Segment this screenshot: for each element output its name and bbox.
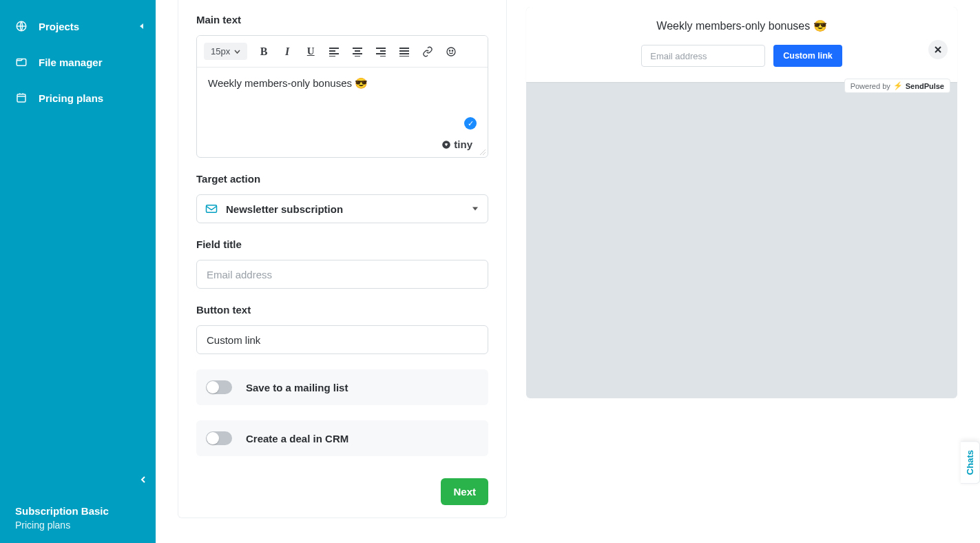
mailing-list-label: Save to a mailing list bbox=[246, 382, 348, 393]
powered-brand: SendPulse bbox=[906, 82, 944, 90]
form-panel: Main text 15px B I U bbox=[178, 0, 507, 518]
powered-prefix: Powered by bbox=[851, 82, 890, 90]
editor-toolbar: 15px B I U bbox=[197, 36, 488, 68]
sidebar-nav: Projects File manager Pricing plans bbox=[0, 0, 156, 495]
preview-submit-button[interactable]: Custom link bbox=[773, 45, 842, 67]
svg-point-4 bbox=[450, 50, 450, 51]
field-title-input[interactable] bbox=[196, 260, 488, 289]
crm-deal-toggle[interactable] bbox=[206, 431, 232, 445]
chevron-down-icon bbox=[234, 50, 240, 54]
main-text-label: Main text bbox=[196, 14, 488, 25]
sidebar-item-file-manager[interactable]: File manager bbox=[0, 44, 156, 80]
target-action-value: Newsletter subscription bbox=[226, 203, 343, 215]
tiny-logo-icon bbox=[441, 140, 451, 150]
bold-button[interactable]: B bbox=[257, 45, 271, 59]
pricing-plans-link[interactable]: Pricing plans bbox=[15, 520, 140, 531]
folder-icon bbox=[15, 56, 28, 68]
align-center-button[interactable] bbox=[351, 45, 364, 59]
collapse-indicator-icon bbox=[140, 23, 143, 29]
preview-panel: Weekly members-only bonuses 😎 Custom lin… bbox=[526, 7, 957, 398]
next-button[interactable]: Next bbox=[441, 478, 488, 505]
emoji-button[interactable] bbox=[444, 45, 458, 59]
close-icon bbox=[934, 45, 942, 54]
align-right-button[interactable] bbox=[374, 45, 388, 59]
chevron-left-icon bbox=[140, 475, 146, 484]
mailing-list-toggle[interactable] bbox=[206, 380, 232, 394]
target-action-select[interactable]: Newsletter subscription bbox=[196, 194, 488, 223]
button-text-label: Button text bbox=[196, 304, 488, 316]
resize-handle-icon[interactable] bbox=[479, 148, 486, 155]
editor-text: Weekly members-only bonuses 😎 bbox=[208, 77, 368, 89]
widget-title: Weekly members-only bonuses 😎 bbox=[540, 19, 943, 32]
field-title-label: Field title bbox=[196, 238, 488, 250]
preview-email-input[interactable] bbox=[641, 45, 765, 67]
globe-icon bbox=[15, 20, 28, 32]
font-size-select[interactable]: 15px bbox=[204, 43, 247, 60]
widget-form: Custom link bbox=[540, 45, 943, 67]
underline-button[interactable]: U bbox=[304, 45, 317, 59]
main-column: Main text 15px B I U bbox=[178, 0, 507, 543]
link-button[interactable] bbox=[421, 45, 435, 59]
sidebar-item-pricing-plans[interactable]: Pricing plans bbox=[0, 80, 156, 116]
align-left-button[interactable] bbox=[327, 45, 341, 59]
calendar-icon bbox=[15, 92, 28, 104]
italic-button[interactable]: I bbox=[280, 45, 294, 59]
widget-close-button[interactable] bbox=[928, 40, 948, 59]
svg-rect-7 bbox=[207, 205, 217, 213]
sidebar-item-label: Pricing plans bbox=[39, 92, 103, 104]
toggle-row-crm: Create a deal in CRM bbox=[196, 420, 488, 456]
svg-point-3 bbox=[447, 48, 455, 56]
sidebar-item-projects[interactable]: Projects bbox=[0, 8, 156, 44]
svg-rect-2 bbox=[17, 94, 25, 102]
font-size-value: 15px bbox=[211, 46, 230, 57]
sidebar-item-label: File manager bbox=[39, 57, 103, 68]
editor-content-area[interactable]: Weekly members-only bonuses 😎 ✓ tiny bbox=[197, 68, 488, 157]
bolt-icon: ⚡ bbox=[893, 81, 903, 90]
sidebar-collapse-toggle[interactable] bbox=[136, 473, 150, 486]
button-text-input[interactable] bbox=[196, 325, 488, 354]
widget-card: Weekly members-only bonuses 😎 Custom lin… bbox=[526, 7, 957, 82]
toggle-row-mailing: Save to a mailing list bbox=[196, 369, 488, 405]
crm-deal-label: Create a deal in CRM bbox=[246, 433, 348, 444]
mail-icon bbox=[205, 204, 218, 214]
sidebar-footer: Subscription Basic Pricing plans bbox=[0, 495, 156, 543]
powered-by-badge[interactable]: Powered by ⚡ SendPulse bbox=[844, 79, 950, 93]
chats-tab[interactable]: Chats bbox=[961, 441, 980, 484]
sidebar: Projects File manager Pricing plans Subs… bbox=[0, 0, 156, 543]
caret-down-icon bbox=[472, 207, 478, 211]
subscription-title: Subscription Basic bbox=[15, 505, 140, 517]
target-action-label: Target action bbox=[196, 173, 488, 185]
editor-brand: tiny bbox=[441, 139, 472, 150]
align-justify-button[interactable] bbox=[397, 45, 411, 59]
svg-point-5 bbox=[452, 50, 453, 51]
rich-text-editor: 15px B I U bbox=[196, 35, 488, 158]
sidebar-item-label: Projects bbox=[39, 21, 79, 32]
check-badge-icon: ✓ bbox=[464, 117, 477, 130]
